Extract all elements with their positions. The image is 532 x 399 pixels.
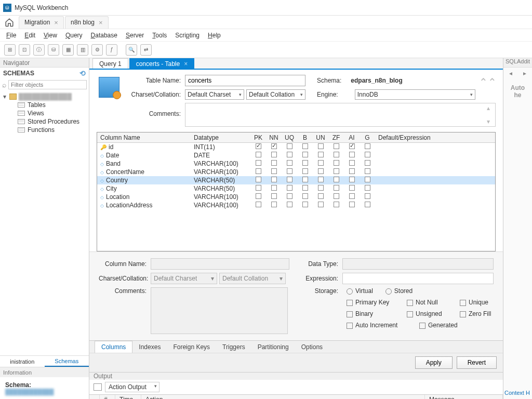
menu-database[interactable]: Database [87, 31, 122, 40]
procedures-icon [18, 119, 25, 124]
column-row[interactable]: 🔑idINT(11) [97, 143, 495, 151]
collapse-icon[interactable]: ⌃⌃ [479, 76, 497, 88]
editor-tab-query1[interactable]: Query 1 [92, 58, 128, 69]
nav-forward-icon[interactable]: ▸ [523, 70, 526, 77]
information-header: Information [0, 367, 89, 377]
schema-tree-item[interactable]: ▾ ████████████ [3, 92, 86, 101]
tab-administration[interactable]: inistration [0, 356, 45, 367]
menu-view[interactable]: View [39, 31, 61, 40]
check-binary[interactable]: Binary [347, 310, 394, 317]
output-selector[interactable]: Action Output [105, 382, 159, 392]
tab-foreign-keys[interactable]: Foreign Keys [167, 341, 216, 353]
toolbar-new-view-icon[interactable]: ▥ [77, 44, 88, 56]
table-name-input[interactable] [185, 75, 305, 86]
app-title: MySQL Workbench [15, 4, 68, 11]
toolbar-new-procedure-icon[interactable]: ⚙ [91, 44, 103, 56]
column-name-label: Column Name: [99, 260, 151, 268]
check-zero-fill[interactable]: Zero Fill [460, 310, 491, 317]
check-generated[interactable]: Generated [419, 322, 458, 329]
datatype-input[interactable] [342, 258, 494, 270]
views-icon [18, 111, 25, 116]
revert-button[interactable]: Revert [457, 356, 497, 369]
document-tabs-bar: Migration × n8n blog × [0, 16, 532, 29]
editor-tab-concerts[interactable]: concerts - Table× [129, 58, 195, 69]
toolbar-new-function-icon[interactable]: ƒ [106, 44, 117, 56]
check-unsigned[interactable]: Unsigned [407, 310, 447, 317]
column-row[interactable]: ◇CityVARCHAR(50) [97, 184, 495, 193]
detail-charset-label: Charset/Collation: [99, 275, 151, 282]
refresh-icon[interactable]: ⟲ [79, 69, 86, 77]
toolbar-new-sql-icon[interactable]: ⊞ [4, 44, 16, 56]
apply-button[interactable]: Apply [415, 356, 453, 369]
tree-views[interactable]: Views [18, 109, 86, 117]
tab-triggers[interactable]: Triggers [216, 341, 251, 353]
tab-columns[interactable]: Columns [95, 341, 132, 353]
editor-area: Query 1 concerts - Table× Table Name: Sc… [89, 58, 503, 399]
column-row[interactable]: ◇LocationVARCHAR(100) [97, 193, 495, 201]
column-row[interactable]: ◇LocationAddressVARCHAR(100) [97, 201, 495, 209]
engine-select[interactable]: InnoDB▾ [355, 89, 475, 100]
tree-stored-procedures[interactable]: Stored Procedures [18, 117, 86, 126]
column-name-input[interactable] [151, 258, 289, 270]
charset-select[interactable]: Default Charset▾ [185, 89, 244, 100]
expression-input[interactable] [342, 273, 494, 284]
output-icon[interactable] [94, 383, 102, 391]
close-icon[interactable]: × [99, 19, 103, 26]
toolbar-new-schema-icon[interactable]: ⛁ [48, 44, 59, 56]
functions-icon [18, 127, 25, 132]
detail-collation-select[interactable]: Default Collation▾ [219, 273, 286, 284]
menu-file[interactable]: File [2, 31, 20, 40]
tab-partitioning[interactable]: Partitioning [251, 341, 295, 353]
check-primary-key[interactable]: Primary Key [347, 299, 394, 306]
column-row[interactable]: ◇ConcertNameVARCHAR(100) [97, 168, 495, 176]
toolbar-search-icon[interactable]: 🔍 [126, 44, 137, 56]
comments-textarea[interactable]: ▴▾ [185, 103, 496, 127]
information-body: Schema: ████████████ [0, 377, 89, 399]
doc-tab-n8n-blog[interactable]: n8n blog × [65, 16, 109, 29]
toolbar-inspector-icon[interactable]: ⓘ [33, 44, 45, 56]
menu-scripting[interactable]: Scripting [171, 31, 204, 40]
collation-select[interactable]: Default Collation▾ [246, 89, 305, 100]
toolbar: ⊞ ⊡ ⓘ ⛁ ▦ ▥ ⚙ ƒ 🔍 ⇄ [0, 42, 532, 58]
menu-tools[interactable]: Tools [148, 31, 171, 40]
sql-additions-header: SQLAddit [503, 58, 532, 68]
toolbar-reconnect-icon[interactable]: ⇄ [140, 44, 152, 56]
menu-server[interactable]: Server [122, 31, 148, 40]
column-row[interactable]: ◇DateDATE [97, 151, 495, 159]
close-icon[interactable]: × [184, 60, 188, 68]
doc-tab-migration[interactable]: Migration × [19, 16, 64, 29]
radio-virtual[interactable]: Virtual [347, 287, 373, 295]
menu-help[interactable]: Help [204, 31, 225, 40]
close-icon[interactable]: × [54, 19, 58, 26]
column-detail-panel: Column Name: Charset/Collation: Default … [89, 251, 503, 340]
tab-indexes[interactable]: Indexes [132, 341, 167, 353]
check-auto-increment[interactable]: Auto Increment [347, 322, 407, 329]
engine-label: Engine: [317, 91, 338, 98]
radio-stored[interactable]: Stored [385, 287, 413, 295]
nav-back-icon[interactable]: ◂ [509, 70, 512, 77]
toolbar-open-sql-icon[interactable]: ⊡ [19, 44, 30, 56]
check-unique[interactable]: Unique [460, 299, 488, 306]
tab-options[interactable]: Options [295, 341, 329, 353]
auto-help-text: Auto he [503, 79, 532, 99]
schema-value: edpars_n8n_blog [351, 77, 402, 84]
tree-functions[interactable]: Functions [18, 126, 86, 134]
toolbar-new-table-icon[interactable]: ▦ [62, 44, 74, 56]
column-row[interactable]: ◇BandVARCHAR(100) [97, 159, 495, 168]
context-help-link[interactable]: Context H [503, 387, 532, 399]
detail-comments-textarea[interactable] [151, 287, 288, 334]
menu-edit[interactable]: Edit [20, 31, 39, 40]
column-row[interactable]: ◇CountryVARCHAR(50) [97, 176, 495, 184]
detail-charset-select[interactable]: Default Charset▾ [151, 273, 217, 284]
navigator-panel: Navigator SCHEMAS ⟲ ⌕ ▾ ████████████ Tab… [0, 58, 89, 399]
home-icon[interactable] [3, 16, 16, 29]
storage-label: Storage: [303, 287, 342, 295]
database-icon [9, 94, 17, 100]
output-header: Output [89, 372, 503, 380]
menu-query[interactable]: Query [61, 31, 87, 40]
expand-icon[interactable]: ▾ [3, 93, 9, 100]
check-not-null[interactable]: Not Null [407, 299, 447, 306]
tree-tables[interactable]: Tables [18, 101, 86, 109]
filter-objects-input[interactable] [8, 80, 87, 89]
tab-schemas[interactable]: Schemas [45, 356, 89, 367]
